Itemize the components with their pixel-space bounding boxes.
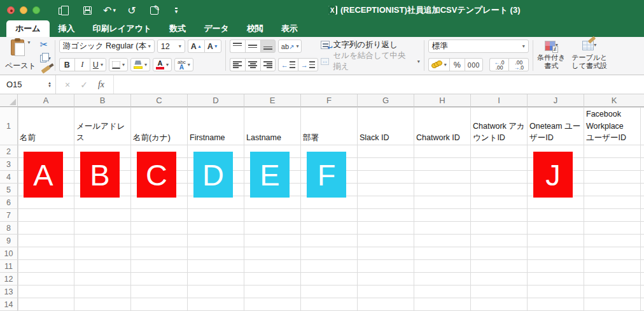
cancel-entry-button close-icon[interactable]: × bbox=[65, 80, 70, 90]
row-header-3[interactable]: 3 bbox=[0, 158, 18, 171]
comma-format-button[interactable]: 000 bbox=[465, 58, 483, 71]
header-cell-C1[interactable]: 名前(カナ) bbox=[131, 107, 187, 145]
edit-mode-button[interactable] bbox=[148, 4, 160, 16]
formula-input[interactable] bbox=[113, 75, 644, 94]
font-size-combo[interactable]: 12▾ bbox=[157, 40, 185, 53]
column-header-D[interactable]: D bbox=[188, 94, 244, 107]
tab-挿入[interactable]: 挿入 bbox=[50, 20, 84, 37]
tab-校閲[interactable]: 校閲 bbox=[238, 20, 272, 37]
decrease-decimal-button[interactable]: .00→.0 bbox=[508, 58, 529, 71]
zoom-window-button[interactable] bbox=[32, 6, 40, 14]
letter-block-B[interactable]: B bbox=[80, 152, 120, 198]
tab-数式[interactable]: 数式 bbox=[160, 20, 195, 37]
row-header-4[interactable]: 4 bbox=[0, 171, 18, 184]
cut-button scissors-icon[interactable]: ✂ bbox=[40, 40, 48, 49]
header-cell-I1[interactable]: Chatwork アカ ウントID bbox=[471, 107, 527, 145]
column-header-F[interactable]: F bbox=[301, 94, 358, 107]
row-header-9[interactable]: 9 bbox=[0, 235, 18, 247]
header-cell-F1[interactable]: 部署 bbox=[301, 107, 357, 145]
merge-center-button[interactable]: ↔ セルを結合して中央揃え ▾ bbox=[321, 50, 420, 72]
currency-format-button[interactable]: ▾ bbox=[428, 58, 449, 71]
font-name-combo[interactable]: 游ゴシック Regular (本…▾ bbox=[59, 40, 155, 53]
insert-function-button fx-icon[interactable]: fx bbox=[98, 80, 104, 90]
tab-印刷レイアウト[interactable]: 印刷レイアウト bbox=[84, 20, 161, 37]
header-cell-B1[interactable]: メールアドレス bbox=[74, 107, 130, 145]
undo-button[interactable]: ↶▾ bbox=[104, 4, 115, 16]
align-right-button[interactable] bbox=[260, 58, 276, 71]
row-header-2[interactable]: 2 bbox=[0, 145, 18, 158]
italic-button[interactable]: I bbox=[74, 58, 90, 71]
format-as-table-button[interactable]: ▾ テーブルと して書式設 bbox=[571, 40, 607, 71]
header-cell-G1[interactable]: Slack ID bbox=[358, 107, 414, 145]
new-workbook-button[interactable] bbox=[59, 4, 71, 16]
underline-button[interactable]: U▾ bbox=[90, 58, 106, 71]
font-color-button[interactable]: A▾ bbox=[153, 58, 172, 71]
row-header-11[interactable]: 11 bbox=[0, 260, 18, 273]
letter-block-E[interactable]: E bbox=[250, 152, 290, 198]
copy-button[interactable]: ▾ bbox=[40, 55, 51, 62]
column-header-A[interactable]: A bbox=[18, 94, 74, 107]
percent-format-button[interactable]: % bbox=[449, 58, 465, 71]
column-header-C[interactable]: C bbox=[131, 94, 188, 107]
decrease-indent-button[interactable]: ← bbox=[278, 58, 298, 71]
align-center-button[interactable] bbox=[245, 58, 260, 71]
fill-color-button[interactable]: ▾ bbox=[130, 58, 150, 71]
name-box-spinner[interactable]: ▲▼ bbox=[48, 82, 52, 88]
borders-button[interactable]: ▾ bbox=[109, 58, 128, 71]
number-format-combo[interactable]: 標準▾ bbox=[428, 40, 529, 53]
row-header-12[interactable]: 12 bbox=[0, 273, 18, 286]
row-header-5[interactable]: 5 bbox=[0, 184, 18, 196]
column-header-K[interactable]: K bbox=[584, 94, 644, 107]
letter-block-J[interactable]: J bbox=[533, 152, 573, 198]
wrap-text-button[interactable]: 文字列の折り返し bbox=[321, 40, 420, 50]
header-cell-K1[interactable]: Facebook Workplace ユーザーID bbox=[584, 107, 640, 145]
column-header-E[interactable]: E bbox=[244, 94, 301, 107]
row-header-14[interactable]: 14 bbox=[0, 298, 18, 311]
row-header-1[interactable]: 1 bbox=[0, 107, 18, 145]
row-header-6[interactable]: 6 bbox=[0, 196, 18, 209]
column-header-J[interactable]: J bbox=[528, 94, 584, 107]
column-header-G[interactable]: G bbox=[358, 94, 414, 107]
header-cell-H1[interactable]: Chatwork ID bbox=[414, 107, 470, 145]
name-box[interactable]: O15 ▲▼ bbox=[0, 75, 56, 94]
format-painter-button brush-icon[interactable] bbox=[41, 66, 50, 74]
header-cell-E1[interactable]: Lastname bbox=[244, 107, 300, 145]
letter-block-C[interactable]: C bbox=[137, 152, 176, 198]
paste-button[interactable]: ▾ ペースト bbox=[5, 40, 36, 71]
conditional-formatting-button[interactable]: ≠▾ 条件付き 書式 bbox=[537, 40, 565, 71]
letter-block-A[interactable]: A bbox=[24, 152, 63, 198]
column-header-H[interactable]: H bbox=[414, 94, 471, 107]
align-left-button[interactable] bbox=[230, 58, 245, 71]
column-header-I[interactable]: I bbox=[471, 94, 528, 107]
row-header-10[interactable]: 10 bbox=[0, 247, 18, 260]
close-window-button[interactable] bbox=[7, 6, 15, 14]
align-top-button[interactable] bbox=[230, 40, 245, 53]
save-button[interactable] bbox=[81, 4, 93, 16]
align-middle-button[interactable] bbox=[245, 40, 260, 53]
tab-ホーム[interactable]: ホーム bbox=[6, 20, 50, 37]
header-cell-D1[interactable]: Firstname bbox=[188, 107, 244, 145]
align-bottom-button[interactable] bbox=[260, 40, 276, 53]
decrease-font-size-button[interactable]: A▼ bbox=[204, 40, 221, 53]
row-header-8[interactable]: 8 bbox=[0, 222, 18, 235]
minimize-window-button[interactable] bbox=[20, 6, 27, 14]
row-header-7[interactable]: 7 bbox=[0, 209, 18, 222]
letter-block-F[interactable]: F bbox=[307, 152, 346, 198]
customize-toolbar-button[interactable]: ▾ bbox=[171, 4, 182, 16]
increase-font-size-button[interactable]: A▲ bbox=[188, 40, 204, 53]
bold-button[interactable]: B bbox=[59, 58, 74, 71]
header-cell-J1[interactable]: Oneteam ユー ザーID bbox=[528, 107, 584, 145]
letter-block-D[interactable]: D bbox=[193, 152, 233, 198]
increase-indent-button[interactable]: → bbox=[298, 58, 318, 71]
column-header-B[interactable]: B bbox=[74, 94, 131, 107]
header-cell-A1[interactable]: 名前 bbox=[18, 107, 74, 145]
phonetic-guide-button[interactable]: abcA▾ bbox=[174, 58, 193, 71]
select-all-corner[interactable] bbox=[0, 94, 18, 107]
tab-表示[interactable]: 表示 bbox=[272, 20, 307, 37]
text-orientation-button[interactable]: ab↗▾ bbox=[278, 40, 302, 53]
tab-データ[interactable]: データ bbox=[195, 20, 238, 37]
row-header-13[interactable]: 13 bbox=[0, 286, 18, 298]
redo-button[interactable]: ↺ bbox=[126, 4, 137, 16]
enter-entry-button check-icon[interactable]: ✓ bbox=[80, 80, 88, 90]
increase-decimal-button[interactable]: ←.0.00 bbox=[489, 58, 509, 71]
